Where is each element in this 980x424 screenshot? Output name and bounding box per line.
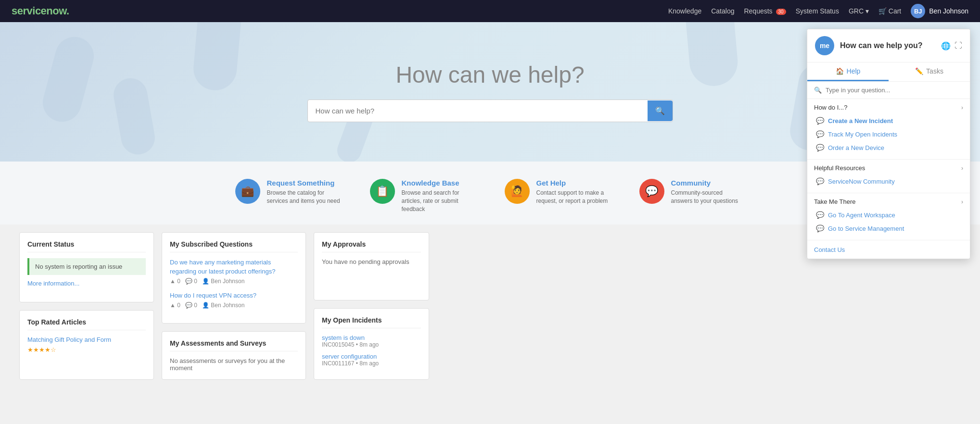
helpful-resources-header[interactable]: Helpful Resources › — [814, 164, 963, 172]
community-icon: 💬 — [639, 179, 664, 204]
category-community[interactable]: 💬 Community Community-sourced answers to… — [639, 179, 745, 213]
tasks-tab-label: Tasks — [926, 67, 943, 75]
how-do-i-header[interactable]: How do I...? › — [814, 104, 963, 111]
votes-icon-2: ▲ 0 — [170, 302, 180, 309]
contact-us-link[interactable]: Contact Us — [814, 246, 845, 253]
incident-link-2[interactable]: server configuration — [322, 353, 421, 360]
agent-workspace-label: Go To Agent Workspace — [828, 212, 895, 219]
question-item-1: Do we have any marketing materials regar… — [170, 258, 298, 284]
author-icon-2: 👤 Ben Johnson — [202, 302, 244, 309]
subscribed-questions-card: My Subscribed Questions Do we have any m… — [162, 232, 306, 324]
nav-knowledge[interactable]: Knowledge — [668, 7, 701, 15]
votes-icon-1: ▲ 0 — [170, 278, 180, 285]
helpful-resources-arrow: › — [961, 165, 963, 172]
category-knowledge-desc: Browse and search for articles, rate or … — [402, 189, 476, 213]
top-rated-title: Top Rated Articles — [27, 318, 146, 330]
category-community-desc: Community-sourced answers to your questi… — [671, 189, 745, 205]
globe-icon[interactable]: 🌐 — [941, 41, 951, 50]
chat-contact: Contact Us — [807, 240, 970, 259]
approvals-empty: You have no pending approvals — [322, 258, 421, 265]
app-logo[interactable]: servicenow. — [12, 5, 69, 17]
chat-section-how-do-i: How do I...? › 💬 Create a New Incident 💬… — [807, 99, 970, 160]
service-management-icon: 💬 — [816, 224, 824, 232]
nav-user[interactable]: BJ Ben Johnson — [911, 4, 968, 18]
top-nav: servicenow. Knowledge Catalog Requests 3… — [0, 0, 980, 22]
answers-icon-1: 💬 0 — [185, 278, 197, 285]
question-link-1[interactable]: Do we have any marketing materials regar… — [170, 258, 298, 275]
help-tab-icon: 🏠 — [836, 67, 844, 75]
request-icon: 💼 — [235, 179, 260, 204]
user-name: Ben Johnson — [929, 7, 968, 15]
chat-search-icon: 🔍 — [814, 87, 822, 94]
incident-meta-1: INC0015045 • 8m ago — [322, 341, 421, 348]
chat-tabs: 🏠 Help ✏️ Tasks — [807, 62, 970, 82]
search-button[interactable]: 🔍 — [648, 100, 673, 121]
chat-avatar: me — [815, 36, 834, 55]
chat-widget: me How can we help you? 🌐 ⛶ 🏠 Help ✏️ Ta… — [807, 29, 970, 259]
chat-header: me How can we help you? 🌐 ⛶ — [807, 29, 970, 62]
category-knowledge-text: Knowledge Base Browse and search for art… — [402, 179, 476, 213]
track-incidents-icon: 💬 — [816, 130, 824, 138]
open-incidents-card: My Open Incidents system is down INC0015… — [314, 308, 429, 380]
question-link-2[interactable]: How do I request VPN access? — [170, 291, 298, 300]
assessments-title: My Assessments and Surveys — [170, 339, 298, 351]
nav-catalog[interactable]: Catalog — [711, 7, 734, 15]
nav-system-status[interactable]: System Status — [796, 7, 839, 15]
requests-badge: 30 — [776, 9, 786, 15]
incident-item-1: system is down INC0015045 • 8m ago — [322, 334, 421, 348]
chat-item-service-management[interactable]: 💬 Go to Service Management — [814, 222, 963, 235]
current-status-card: Current Status No system is reporting an… — [19, 232, 154, 302]
create-incident-label: Create a New Incident — [828, 117, 893, 125]
how-do-i-arrow: › — [961, 104, 963, 111]
chat-item-track-incidents[interactable]: 💬 Track My Open Incidents — [814, 127, 963, 141]
search-bar: 🔍 — [307, 100, 673, 122]
more-info-link[interactable]: More information... — [27, 280, 79, 287]
category-knowledge[interactable]: 📋 Knowledge Base Browse and search for a… — [370, 179, 476, 213]
approvals-title: My Approvals — [322, 240, 421, 252]
search-input[interactable] — [308, 100, 648, 122]
chat-item-community[interactable]: 💬 ServiceNow Community — [814, 175, 963, 188]
tasks-tab-icon: ✏️ — [915, 67, 923, 75]
take-me-there-header[interactable]: Take Me There › — [814, 198, 963, 205]
tab-help[interactable]: 🏠 Help — [807, 62, 889, 81]
how-do-i-title: How do I...? — [814, 104, 847, 111]
category-request-desc: Browse the catalog for services and item… — [267, 189, 341, 205]
incident-meta-2: INC0011167 • 8m ago — [322, 360, 421, 367]
chat-title: How can we help you? — [840, 41, 935, 50]
incident-item-2: server configuration INC0011167 • 8m ago — [322, 353, 421, 367]
top-rated-card: Top Rated Articles Matching Gift Policy … — [19, 310, 154, 380]
chat-item-create-incident[interactable]: 💬 Create a New Incident — [814, 114, 963, 127]
chat-item-order-device[interactable]: 💬 Order a New Device — [814, 141, 963, 154]
article-link[interactable]: Matching Gift Policy and Form — [27, 336, 146, 343]
avatar: BJ — [911, 4, 925, 18]
get-help-icon: 🙋 — [505, 179, 530, 204]
take-me-there-arrow: › — [961, 199, 963, 205]
tab-tasks[interactable]: ✏️ Tasks — [889, 62, 970, 81]
nav-requests[interactable]: Requests 30 — [744, 7, 786, 15]
star-rating: ★★★★☆ — [27, 346, 146, 353]
chat-item-agent-workspace[interactable]: 💬 Go To Agent Workspace — [814, 208, 963, 222]
chat-search-input[interactable] — [826, 87, 963, 94]
category-request[interactable]: 💼 Request Something Browse the catalog f… — [235, 179, 341, 213]
category-knowledge-title: Knowledge Base — [402, 179, 476, 187]
chat-section-take-me-there: Take Me There › 💬 Go To Agent Workspace … — [807, 193, 970, 240]
chat-header-icons: 🌐 ⛶ — [941, 41, 962, 50]
status-text: No system is reporting an issue — [35, 263, 122, 270]
question-meta-1: ▲ 0 💬 0 👤 Ben Johnson — [170, 278, 298, 285]
category-get-help-title: Get Help — [536, 179, 611, 187]
category-get-help-text: Get Help Contact support to make a reque… — [536, 179, 611, 205]
category-get-help[interactable]: 🙋 Get Help Contact support to make a req… — [505, 179, 611, 213]
open-incidents-title: My Open Incidents — [322, 316, 421, 328]
take-me-there-title: Take Me There — [814, 198, 855, 205]
author-icon-1: 👤 Ben Johnson — [202, 278, 244, 285]
nav-grc[interactable]: GRC ▾ — [849, 7, 869, 15]
incident-link-1[interactable]: system is down — [322, 334, 421, 341]
nav-cart[interactable]: 🛒 Cart — [878, 7, 901, 15]
expand-icon[interactable]: ⛶ — [955, 41, 962, 50]
create-incident-icon: 💬 — [816, 117, 824, 125]
community-label: ServiceNow Community — [828, 178, 895, 185]
agent-workspace-icon: 💬 — [816, 211, 824, 219]
subscribed-questions-title: My Subscribed Questions — [170, 240, 298, 252]
category-request-text: Request Something Browse the catalog for… — [267, 179, 341, 205]
help-tab-label: Help — [847, 67, 861, 75]
